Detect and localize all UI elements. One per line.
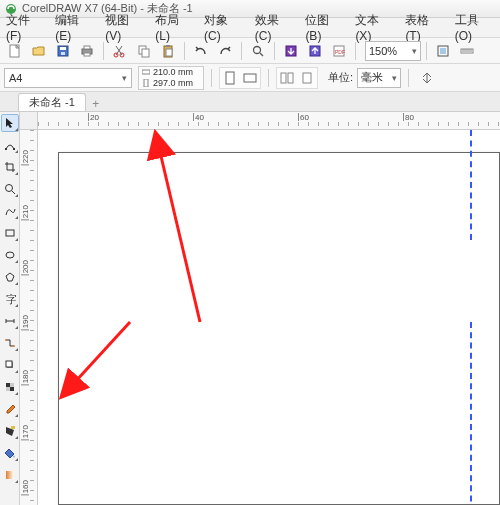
fill-tool[interactable] bbox=[1, 444, 19, 462]
menu-text[interactable]: 文本(X) bbox=[355, 12, 393, 43]
ruler-tick: 80 bbox=[403, 113, 414, 121]
save-button[interactable] bbox=[52, 40, 74, 62]
search-button[interactable] bbox=[247, 40, 269, 62]
menu-bar: 文件(F) 编辑(E) 视图(V) 布局(L) 对象(C) 效果(C) 位图(B… bbox=[0, 18, 500, 38]
svg-rect-41 bbox=[10, 387, 14, 391]
svg-rect-27 bbox=[281, 73, 286, 83]
ruler-tick: 170 bbox=[21, 425, 29, 440]
publish-pdf-button[interactable]: PDF bbox=[328, 40, 350, 62]
page-dimensions[interactable]: 210.0 mm 297.0 mm bbox=[138, 66, 204, 90]
zoom-level-combo[interactable]: 150% bbox=[365, 41, 421, 61]
shape-tool[interactable] bbox=[1, 136, 19, 154]
eyedropper-tool[interactable] bbox=[1, 400, 19, 418]
property-bar: A4 210.0 mm 297.0 mm 单位: 毫米 bbox=[0, 64, 500, 92]
page[interactable] bbox=[58, 152, 500, 505]
polygon-tool[interactable] bbox=[1, 268, 19, 286]
menu-tools[interactable]: 工具(O) bbox=[455, 12, 494, 43]
ruler-origin[interactable] bbox=[20, 112, 38, 130]
document-tab[interactable]: 未命名 -1 bbox=[18, 93, 86, 111]
portrait-button[interactable] bbox=[221, 69, 239, 87]
menu-view[interactable]: 视图(V) bbox=[105, 12, 143, 43]
propbar-separator bbox=[408, 69, 409, 87]
menu-file[interactable]: 文件(F) bbox=[6, 12, 43, 43]
vertical-guide[interactable] bbox=[470, 130, 472, 240]
svg-rect-23 bbox=[142, 70, 150, 74]
ruler-tick: 200 bbox=[21, 260, 29, 275]
dimension-tool[interactable] bbox=[1, 312, 19, 330]
units-combo[interactable]: 毫米 bbox=[357, 68, 401, 88]
propbar-separator bbox=[211, 69, 212, 87]
add-document-button[interactable]: + bbox=[88, 97, 104, 111]
svg-rect-28 bbox=[288, 73, 293, 83]
zoom-tool[interactable] bbox=[1, 180, 19, 198]
menu-bitmaps[interactable]: 位图(B) bbox=[305, 12, 343, 43]
pick-tool[interactable] bbox=[1, 114, 19, 132]
height-icon bbox=[141, 79, 151, 87]
freehand-tool[interactable] bbox=[1, 202, 19, 220]
fullscreen-button[interactable] bbox=[432, 40, 454, 62]
svg-text:PDF: PDF bbox=[335, 49, 345, 55]
page-width-value: 210.0 mm bbox=[153, 67, 201, 77]
horizontal-ruler[interactable]: 20 40 60 80 100 bbox=[38, 112, 500, 130]
undo-button[interactable] bbox=[190, 40, 212, 62]
svg-rect-6 bbox=[84, 46, 90, 49]
menu-table[interactable]: 表格(T) bbox=[405, 12, 442, 43]
svg-rect-42 bbox=[10, 383, 14, 387]
redo-button[interactable] bbox=[214, 40, 236, 62]
ruler-tick: 20 bbox=[88, 113, 99, 121]
vertical-ruler[interactable]: 220 210 200 190 180 170 160 bbox=[20, 130, 38, 505]
propbar-separator bbox=[268, 69, 269, 87]
svg-rect-43 bbox=[6, 387, 10, 391]
ruler-tick: 220 bbox=[21, 150, 29, 165]
document-tab-label: 未命名 -1 bbox=[29, 95, 75, 110]
connector-tool[interactable] bbox=[1, 334, 19, 352]
open-button[interactable] bbox=[28, 40, 50, 62]
rectangle-tool[interactable] bbox=[1, 224, 19, 242]
svg-rect-29 bbox=[303, 73, 311, 83]
transparency-tool[interactable] bbox=[1, 378, 19, 396]
ruler-tick: 180 bbox=[21, 370, 29, 385]
zoom-level-value: 150% bbox=[369, 45, 397, 57]
text-tool[interactable]: 字 bbox=[1, 290, 19, 308]
ruler-tick: 60 bbox=[298, 113, 309, 121]
menu-effects[interactable]: 效果(C) bbox=[255, 12, 294, 43]
paste-button[interactable] bbox=[157, 40, 179, 62]
import-button[interactable] bbox=[280, 40, 302, 62]
svg-rect-44 bbox=[11, 426, 15, 429]
svg-point-32 bbox=[5, 185, 12, 192]
ellipse-tool[interactable] bbox=[1, 246, 19, 264]
cut-button[interactable] bbox=[109, 40, 131, 62]
landscape-button[interactable] bbox=[241, 69, 259, 87]
menu-layout[interactable]: 布局(L) bbox=[155, 12, 192, 43]
width-icon bbox=[141, 68, 151, 76]
menu-edit[interactable]: 编辑(E) bbox=[55, 12, 93, 43]
nudge-settings-button[interactable] bbox=[416, 67, 438, 89]
workspace: 字 20 40 60 80 100 220 210 200 190 180 17… bbox=[0, 112, 500, 505]
interactive-fill-tool[interactable] bbox=[1, 466, 19, 484]
new-button[interactable] bbox=[4, 40, 26, 62]
page-layout-group bbox=[276, 67, 318, 89]
crop-tool[interactable] bbox=[1, 158, 19, 176]
svg-rect-21 bbox=[440, 48, 446, 54]
paper-size-combo[interactable]: A4 bbox=[4, 68, 132, 88]
print-button[interactable] bbox=[76, 40, 98, 62]
ruler-tick: 190 bbox=[21, 315, 29, 330]
svg-rect-7 bbox=[84, 53, 90, 56]
toolbar-separator bbox=[103, 42, 104, 60]
outline-tool[interactable] bbox=[1, 422, 19, 440]
menu-arrange[interactable]: 对象(C) bbox=[204, 12, 243, 43]
canvas-area[interactable]: 20 40 60 80 100 220 210 200 190 180 170 … bbox=[20, 112, 500, 505]
svg-rect-3 bbox=[60, 47, 66, 50]
copy-button[interactable] bbox=[133, 40, 155, 62]
all-pages-button[interactable] bbox=[278, 69, 296, 87]
svg-rect-13 bbox=[166, 45, 170, 47]
svg-rect-24 bbox=[144, 79, 148, 87]
export-button[interactable] bbox=[304, 40, 326, 62]
drop-shadow-tool[interactable] bbox=[1, 356, 19, 374]
toolbar-separator bbox=[426, 42, 427, 60]
vertical-guide[interactable] bbox=[470, 322, 472, 505]
show-rulers-button[interactable] bbox=[456, 40, 478, 62]
units-label: 单位: bbox=[328, 70, 353, 85]
current-page-button[interactable] bbox=[298, 69, 316, 87]
svg-rect-11 bbox=[142, 49, 149, 57]
